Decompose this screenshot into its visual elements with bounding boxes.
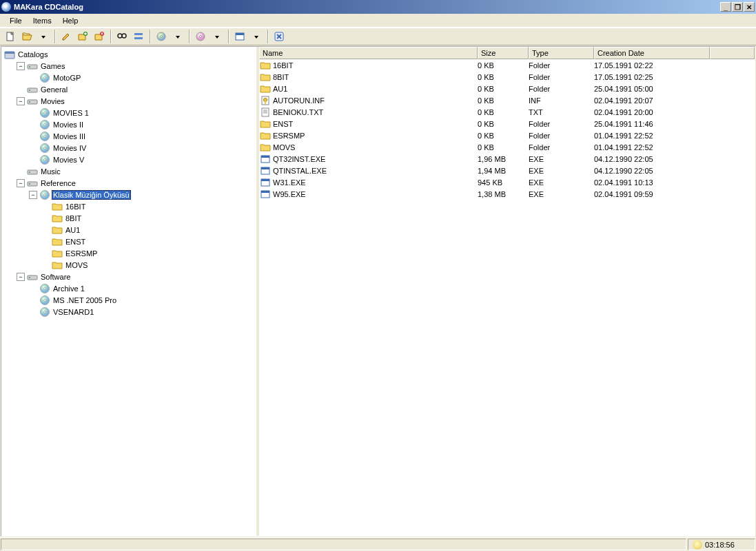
tree-item[interactable]: 16BIT bbox=[4, 200, 256, 212]
file-date: 17.05.1991 02:22 bbox=[594, 61, 710, 70]
column-type[interactable]: Type bbox=[529, 47, 594, 59]
tree-expander[interactable]: − bbox=[29, 191, 37, 199]
file-name: W95.EXE bbox=[272, 190, 478, 198]
svg-point-19 bbox=[44, 76, 46, 79]
list-row[interactable]: MOVS0 KBFolder01.04.1991 22:52 bbox=[259, 141, 755, 153]
list-row[interactable]: AU10 KBFolder25.04.1991 05:00 bbox=[259, 83, 755, 94]
tree-item[interactable]: −Software bbox=[4, 271, 256, 282]
tree-item[interactable]: 8BIT bbox=[4, 212, 256, 224]
toggle-view-button[interactable] bbox=[131, 29, 146, 44]
maximize-button[interactable]: ❐ bbox=[732, 2, 743, 12]
window-title: MAKara CDCatalog bbox=[14, 3, 720, 11]
column-spacer bbox=[710, 47, 755, 59]
tree-expander[interactable]: − bbox=[17, 62, 25, 70]
file-name: ESRSMP bbox=[272, 132, 478, 140]
menu-bar: File Items Help bbox=[0, 14, 756, 28]
column-name[interactable]: Name bbox=[259, 47, 478, 59]
edit-button[interactable] bbox=[59, 29, 74, 44]
tree-item[interactable]: MotoGP bbox=[4, 72, 256, 83]
close-record-button[interactable] bbox=[272, 29, 287, 44]
svg-point-33 bbox=[44, 158, 46, 160]
list-row[interactable]: QT32INST.EXE1,96 MBEXE04.12.1990 22:05 bbox=[259, 153, 755, 165]
file-type: Folder bbox=[529, 73, 594, 81]
svg-rect-41 bbox=[29, 277, 30, 278]
tree-item[interactable]: AU1 bbox=[4, 224, 256, 236]
svg-rect-17 bbox=[29, 66, 30, 67]
file-size: 945 KB bbox=[478, 178, 529, 187]
folder-icon bbox=[52, 237, 63, 246]
file-name: QT32INST.EXE bbox=[272, 155, 478, 163]
list-body[interactable]: 16BIT0 KBFolder17.05.1991 02:228BIT0 KBF… bbox=[259, 59, 755, 536]
add-button[interactable] bbox=[75, 29, 90, 44]
close-button[interactable]: ✕ bbox=[744, 2, 755, 12]
tree-item[interactable]: MOVS bbox=[4, 259, 256, 271]
tree-item[interactable]: −Games bbox=[4, 60, 256, 72]
file-date: 02.04.1991 10:13 bbox=[594, 178, 710, 187]
tree-item[interactable]: ENST bbox=[4, 236, 256, 247]
tree-item[interactable]: −Reference bbox=[4, 177, 256, 189]
tree-item[interactable]: Movies IV bbox=[4, 142, 256, 154]
disc1-button[interactable] bbox=[154, 29, 169, 44]
minimize-button[interactable]: _ bbox=[720, 2, 731, 12]
find-button[interactable] bbox=[114, 29, 130, 44]
folder-icon bbox=[259, 61, 272, 70]
dropdown-button[interactable] bbox=[36, 29, 51, 44]
svg-point-27 bbox=[44, 123, 46, 125]
menu-help[interactable]: Help bbox=[57, 15, 84, 26]
svg-point-49 bbox=[264, 98, 267, 101]
tree-item[interactable]: Music bbox=[4, 165, 256, 177]
drive-icon bbox=[27, 61, 38, 70]
tree-item[interactable]: Movies III bbox=[4, 130, 256, 142]
tree-item[interactable]: Archive 1 bbox=[4, 282, 256, 294]
tree-expander[interactable]: − bbox=[17, 179, 25, 187]
menu-file[interactable]: File bbox=[4, 15, 28, 26]
svg-point-3 bbox=[118, 34, 122, 38]
tree-label: MotoGP bbox=[52, 74, 82, 82]
file-type: EXE bbox=[529, 155, 594, 163]
view-dropdown[interactable] bbox=[249, 29, 264, 44]
file-size: 0 KB bbox=[478, 120, 529, 128]
tree-expander[interactable]: − bbox=[17, 97, 25, 105]
tree-item[interactable]: General bbox=[4, 83, 256, 95]
list-row[interactable]: ENST0 KBFolder25.04.1991 11:46 bbox=[259, 118, 755, 129]
svg-rect-56 bbox=[261, 156, 269, 158]
svg-point-29 bbox=[44, 135, 46, 137]
remove-button[interactable] bbox=[92, 29, 107, 44]
file-date: 25.04.1991 05:00 bbox=[594, 85, 710, 93]
list-row[interactable]: BENIOKU.TXT0 KBTXT02.04.1991 20:00 bbox=[259, 106, 755, 118]
tree-item[interactable]: ESRSMP bbox=[4, 247, 256, 259]
menu-items[interactable]: Items bbox=[28, 15, 57, 26]
file-size: 0 KB bbox=[478, 108, 529, 116]
list-row[interactable]: 8BIT0 KBFolder17.05.1991 02:25 bbox=[259, 71, 755, 83]
list-row[interactable]: ESRSMP0 KBFolder01.04.1991 22:52 bbox=[259, 129, 755, 141]
tree-root[interactable]: Catalogs bbox=[4, 48, 256, 60]
list-row[interactable]: QTINSTAL.EXE1,94 MBEXE04.12.1990 22:05 bbox=[259, 165, 755, 176]
column-size[interactable]: Size bbox=[478, 47, 529, 59]
list-row[interactable]: W95.EXE1,38 MBEXE02.04.1991 09:59 bbox=[259, 188, 755, 200]
tree-item[interactable]: MOVIES 1 bbox=[4, 107, 256, 118]
tree-item[interactable]: MS .NET 2005 Pro bbox=[4, 294, 256, 306]
column-date[interactable]: Creation Date bbox=[594, 47, 710, 59]
cd-icon bbox=[39, 295, 50, 306]
disc2-dropdown[interactable] bbox=[210, 29, 225, 44]
disc2-button[interactable] bbox=[193, 29, 208, 44]
tree-expander[interactable]: − bbox=[17, 273, 25, 281]
tree-item[interactable]: −Klasik Müziğin Öyküsü bbox=[4, 189, 256, 200]
drive-icon bbox=[27, 85, 38, 94]
new-button[interactable] bbox=[3, 29, 18, 44]
status-time: 03:18:56 bbox=[705, 541, 735, 549]
tree-item[interactable]: VSENARD1 bbox=[4, 306, 256, 318]
disc1-dropdown[interactable] bbox=[170, 29, 185, 44]
tree-item[interactable]: Movies II bbox=[4, 118, 256, 130]
list-row[interactable]: W31.EXE945 KBEXE02.04.1991 10:13 bbox=[259, 176, 755, 188]
tree-item[interactable]: −Movies bbox=[4, 95, 256, 107]
exe-icon bbox=[259, 154, 272, 165]
list-row[interactable]: 16BIT0 KBFolder17.05.1991 02:22 bbox=[259, 59, 755, 71]
tree-item[interactable]: Movies V bbox=[4, 154, 256, 165]
open-button[interactable] bbox=[19, 29, 34, 44]
tree-panel[interactable]: Catalogs−GamesMotoGPGeneral−MoviesMOVIES… bbox=[1, 47, 259, 536]
list-row[interactable]: AUTORUN.INF0 KBINF02.04.1991 20:07 bbox=[259, 94, 755, 106]
cd-icon bbox=[39, 131, 50, 142]
file-name: W31.EXE bbox=[272, 178, 478, 187]
window-view-button[interactable] bbox=[232, 29, 247, 44]
